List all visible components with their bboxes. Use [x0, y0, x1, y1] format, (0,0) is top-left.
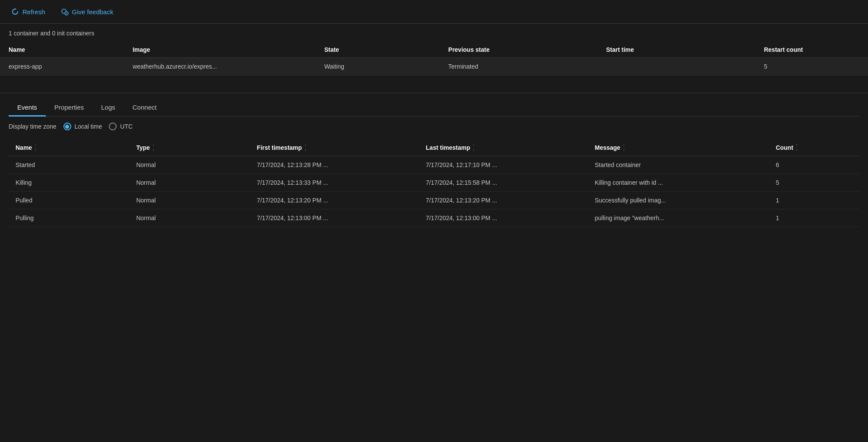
name-sort-icon[interactable]: ↑↓ [35, 143, 37, 152]
tabs-section: EventsPropertiesLogsConnect Display time… [0, 99, 868, 227]
event-name: Started [9, 156, 129, 174]
cell-start-time [598, 58, 755, 76]
feedback-icon: ? [61, 8, 69, 16]
container-summary: 1 container and 0 init containers [0, 24, 868, 40]
feedback-label: Give feedback [72, 8, 114, 16]
svg-text:?: ? [65, 13, 67, 16]
events-table-row[interactable]: Pulling Normal 7/17/2024, 12:13:00 PM ..… [9, 209, 859, 227]
count-sort-icon[interactable]: ↑↓ [796, 143, 798, 152]
events-table-row[interactable]: Killing Normal 7/17/2024, 12:13:33 PM ..… [9, 174, 859, 192]
event-count: 1 [769, 192, 859, 209]
tabs-row: EventsPropertiesLogsConnect [9, 99, 859, 117]
header-start-time: Start time [598, 42, 755, 58]
timezone-row: Display time zone Local time UTC [9, 117, 859, 135]
summary-text: 1 container and 0 init containers [9, 30, 94, 37]
event-last-timestamp: 7/17/2024, 12:15:58 PM ... [419, 174, 588, 192]
event-type: Normal [129, 174, 250, 192]
event-type: Normal [129, 192, 250, 209]
first-timestamp-sort-icon[interactable]: ↑↓ [304, 143, 307, 152]
last-timestamp-sort-icon[interactable]: ↑↓ [473, 143, 475, 152]
tab-events[interactable]: Events [9, 99, 46, 117]
event-name: Pulling [9, 209, 129, 227]
cell-name: express-app [0, 58, 124, 76]
refresh-button[interactable]: Refresh [9, 6, 48, 17]
events-header-type: Type ↑↓ [129, 139, 250, 156]
table-row[interactable]: express-app weatherhub.azurecr.io/expres… [0, 58, 868, 76]
section-divider [0, 93, 868, 93]
event-first-timestamp: 7/17/2024, 12:13:20 PM ... [250, 192, 419, 209]
event-name: Pulled [9, 192, 129, 209]
message-sort-icon[interactable]: ↑↓ [623, 143, 625, 152]
event-count: 5 [769, 174, 859, 192]
utc-label: UTC [120, 123, 133, 130]
give-feedback-button[interactable]: ? Give feedback [58, 6, 116, 17]
events-header-row: Name ↑↓ Type ↑↓ First timestamp ↑↓ [9, 139, 859, 156]
event-count: 1 [769, 209, 859, 227]
local-time-radio[interactable] [63, 123, 71, 130]
events-table: Name ↑↓ Type ↑↓ First timestamp ↑↓ [9, 139, 859, 227]
event-last-timestamp: 7/17/2024, 12:13:00 PM ... [419, 209, 588, 227]
event-message: Successfully pulled imag... [588, 192, 769, 209]
local-time-label: Local time [75, 123, 102, 130]
type-sort-icon[interactable]: ↑↓ [152, 143, 155, 152]
refresh-label: Refresh [22, 8, 45, 16]
header-restart-count: Restart count [755, 42, 868, 58]
event-first-timestamp: 7/17/2024, 12:13:33 PM ... [250, 174, 419, 192]
event-count: 6 [769, 156, 859, 174]
table-header-row: Name Image State Previous state Start ti… [0, 42, 868, 58]
containers-table: Name Image State Previous state Start ti… [0, 42, 868, 76]
cell-restart-count: 5 [755, 58, 868, 76]
cell-state: Waiting [316, 58, 440, 76]
header-image: Image [124, 42, 316, 58]
events-table-row[interactable]: Pulled Normal 7/17/2024, 12:13:20 PM ...… [9, 192, 859, 209]
utc-option[interactable]: UTC [109, 123, 133, 130]
event-message: Killing container with id ... [588, 174, 769, 192]
events-header-first-timestamp: First timestamp ↑↓ [250, 139, 419, 156]
event-type: Normal [129, 209, 250, 227]
local-time-option[interactable]: Local time [63, 123, 102, 130]
events-header-name: Name ↑↓ [9, 139, 129, 156]
cell-previous-state: Terminated [440, 58, 597, 76]
events-header-message: Message ↑↓ [588, 139, 769, 156]
event-last-timestamp: 7/17/2024, 12:17:10 PM ... [419, 156, 588, 174]
cell-image: weatherhub.azurecr.io/expres... [124, 58, 316, 76]
event-first-timestamp: 7/17/2024, 12:13:00 PM ... [250, 209, 419, 227]
header-previous-state: Previous state [440, 42, 597, 58]
event-last-timestamp: 7/17/2024, 12:13:20 PM ... [419, 192, 588, 209]
event-name: Killing [9, 174, 129, 192]
header-name: Name [0, 42, 124, 58]
toolbar: Refresh ? Give feedback [0, 0, 868, 24]
event-type: Normal [129, 156, 250, 174]
tab-logs[interactable]: Logs [92, 99, 124, 117]
tab-connect[interactable]: Connect [124, 99, 165, 117]
event-message: pulling image "weatherh... [588, 209, 769, 227]
refresh-icon [11, 8, 19, 16]
events-header-last-timestamp: Last timestamp ↑↓ [419, 139, 588, 156]
event-message: Started container [588, 156, 769, 174]
timezone-label: Display time zone [9, 123, 57, 130]
header-state: State [316, 42, 440, 58]
tab-properties[interactable]: Properties [46, 99, 92, 117]
events-header-count: Count ↑↓ [769, 139, 859, 156]
event-first-timestamp: 7/17/2024, 12:13:28 PM ... [250, 156, 419, 174]
utc-radio[interactable] [109, 123, 117, 130]
events-table-row[interactable]: Started Normal 7/17/2024, 12:13:28 PM ..… [9, 156, 859, 174]
